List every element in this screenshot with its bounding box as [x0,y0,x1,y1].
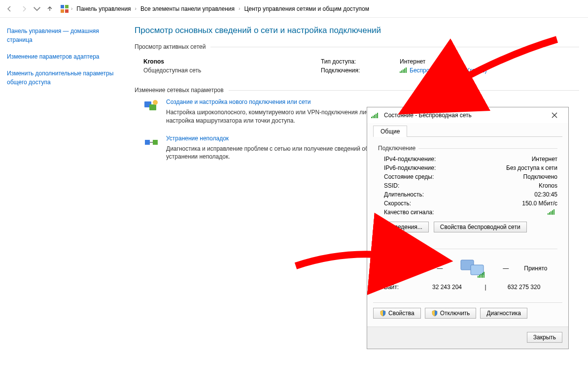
signal-value [548,209,557,216]
wifi-signal-icon [400,67,408,73]
svg-rect-13 [481,274,482,278]
svg-rect-11 [478,276,479,278]
new-connection-icon [143,98,159,114]
connection-group: Подключение IPv4-подключение:Интернет IP… [373,143,562,237]
dialog-title: Состояние - Беспроводная сеть [384,112,545,119]
svg-rect-0 [61,5,64,8]
sent-label: Отправлено [388,265,422,272]
received-label: Принято [524,265,547,272]
troubleshoot-desc: Диагностика и исправление проблем с сеть… [166,145,378,162]
activity-icon [458,258,487,279]
media-value: Подключено [523,173,557,180]
svg-rect-10 [471,265,484,275]
media-label: Состояние среды: [384,173,434,180]
ipv4-label: IPv4-подключение: [384,156,436,163]
chevron-right-icon: › [239,6,240,11]
back-button[interactable] [3,2,16,15]
svg-rect-12 [479,275,480,278]
access-type-label: Тип доступа: [321,58,400,65]
wireless-properties-button[interactable]: Свойства беспроводной сети [434,222,527,232]
bytes-recv-value: 632 275 320 [490,284,557,291]
details-button[interactable]: Сведения... [384,222,429,232]
connection-link[interactable]: Беспроводная сеть (Kronos) [410,67,487,74]
svg-rect-7 [145,140,150,145]
diagnose-button[interactable]: Диагностика [480,308,527,319]
svg-point-6 [153,100,158,105]
activity-group: Активность Отправлено — — Принято Байт: … [373,243,562,297]
up-button[interactable] [43,2,56,15]
sidebar-link-sharing[interactable]: Изменить дополнительные параметры общего… [7,69,119,87]
chevron-right-icon: › [135,6,137,11]
close-dialog-button[interactable]: Закрыть [527,332,562,343]
section-active-networks: Просмотр активных сетей [135,43,579,50]
svg-rect-1 [65,5,69,8]
sidebar-link-home[interactable]: Панель управления — домашняя страница [7,27,119,44]
tab-strip: Общие [373,125,562,137]
address-bar[interactable]: › Панель управления › Все элементы панел… [58,2,585,15]
svg-rect-8 [153,140,158,145]
address-toolbar: › Панель управления › Все элементы панел… [0,0,588,18]
troubleshoot-icon [143,135,159,151]
close-button[interactable] [545,108,564,122]
page-title: Просмотр основных сведений о сети и наст… [135,26,579,35]
signal-label: Качество сигнала: [384,209,434,216]
breadcrumb-part[interactable]: Центр управления сетями и общим доступом [242,4,371,13]
svg-rect-3 [65,9,69,13]
duration-label: Длительность: [384,191,424,198]
bytes-label: Байт: [384,284,414,291]
dialog-titlebar[interactable]: Состояние - Беспроводная сеть [367,107,568,123]
duration-value: 02:30:45 [534,191,557,198]
ipv4-value: Интернет [532,156,557,163]
disconnect-button[interactable]: Отключить [425,308,477,319]
forward-button[interactable] [18,2,31,15]
ipv6-label: IPv6-подключение: [384,164,436,171]
ipv6-value: Без доступа к сети [506,164,557,171]
bytes-sent-value: 32 243 204 [414,284,481,291]
svg-rect-5 [149,104,156,110]
shield-icon [380,310,386,317]
network-type: Общедоступная сеть [143,67,306,74]
control-panel-icon [60,4,69,13]
recent-dropdown[interactable] [33,2,41,15]
speed-label: Скорость: [384,200,411,207]
new-connection-link[interactable]: Создание и настройка нового подключения … [166,98,378,105]
new-connection-desc: Настройка широкополосного, коммутируемог… [166,108,378,125]
shield-icon [431,310,438,317]
wifi-signal-icon [548,209,555,215]
troubleshoot-link[interactable]: Устранение неполадок [166,135,378,142]
connections-label: Подключения: [321,67,400,74]
sidebar-link-adapter[interactable]: Изменение параметров адаптера [7,52,119,61]
section-change-settings: Изменение сетевых параметров [135,87,579,94]
breadcrumb-part[interactable]: Все элементы панели управления [138,4,237,13]
ssid-value: Kronos [539,182,557,189]
breadcrumb-part[interactable]: Панель управления [74,4,133,13]
ssid-label: SSID: [384,182,399,189]
svg-rect-2 [61,9,64,13]
access-type-value: Интернет [400,58,425,65]
svg-rect-15 [484,272,484,278]
sidebar: Панель управления — домашняя страница Из… [0,18,126,392]
speed-value: 150.0 Мбит/с [522,200,557,207]
properties-button[interactable]: Свойства [373,308,421,319]
svg-rect-14 [482,273,483,278]
chevron-right-icon: › [71,6,72,11]
wifi-signal-icon [371,112,379,118]
wifi-status-dialog: Состояние - Беспроводная сеть Общие Подк… [367,107,569,349]
tab-general[interactable]: Общие [373,126,407,137]
network-name: Kronos [143,58,306,65]
